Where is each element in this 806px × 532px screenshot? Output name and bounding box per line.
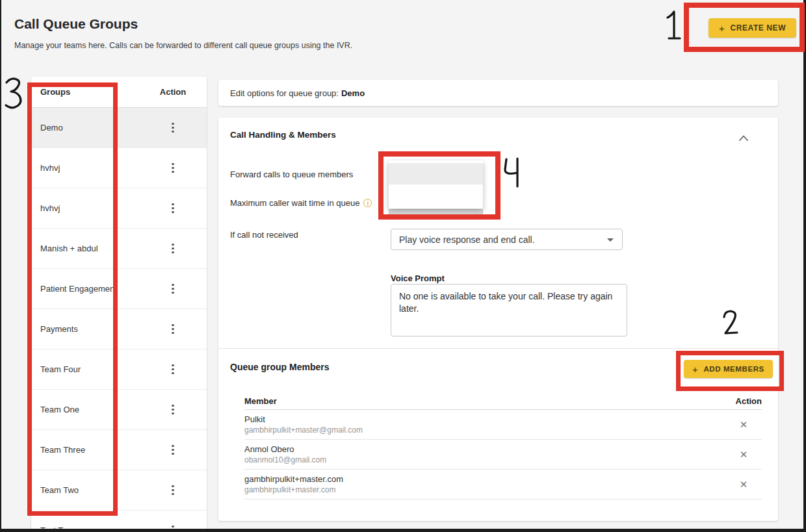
action-column-header: Action: [139, 87, 207, 97]
kebab-menu-icon[interactable]: [168, 361, 177, 378]
group-name: Manish + abdul: [31, 244, 139, 253]
edit-options-prefix: Edit options for queue group:: [230, 88, 339, 98]
edit-options-header: Edit options for queue group: Demo: [218, 80, 778, 106]
member-column-header: Member: [244, 396, 725, 406]
member-action-column-header: Action: [725, 396, 762, 406]
kebab-menu-icon[interactable]: [168, 119, 177, 136]
wait-time-select[interactable]: [389, 209, 483, 215]
queue-members-title: Queue group Members: [230, 362, 329, 372]
plus-icon: +: [719, 23, 725, 33]
group-row[interactable]: Payments: [31, 309, 207, 349]
member-email: gambhirpulkit+master.com: [244, 485, 725, 494]
kebab-menu-icon[interactable]: [168, 441, 177, 459]
call-queue-groups-page: Call Queue Groups Manage your teams here…: [0, 0, 806, 532]
member-name: Anmol Obero: [244, 444, 725, 454]
info-icon[interactable]: i: [363, 199, 372, 207]
member-row: Anmol Obero obanmol10@gmail.com ✕: [244, 440, 762, 470]
annotation-digit-3: [1, 75, 25, 112]
member-name: Pulkit: [244, 414, 725, 424]
groups-panel: Groups Action Demo hvhvj hvhvj Manish + …: [31, 77, 207, 532]
group-row[interactable]: Manish + abdul: [31, 229, 207, 269]
group-name: Patient Engagement: [31, 284, 139, 294]
group-row[interactable]: Patient Engagement: [31, 269, 207, 309]
screenshot-border-right: [803, 0, 806, 532]
kebab-menu-icon[interactable]: [168, 199, 177, 217]
group-row[interactable]: Demo: [31, 108, 207, 148]
member-email: obanmol10@gmail.com: [244, 455, 725, 464]
groups-table-header: Groups Action: [31, 77, 207, 108]
member-row: gambhirpulkit+master.com gambhirpulkit+m…: [244, 470, 762, 500]
kebab-menu-icon[interactable]: [168, 401, 177, 418]
create-new-button[interactable]: + CREATE NEW: [708, 18, 796, 38]
page-subtitle: Manage your teams here. Calls can be for…: [14, 41, 352, 50]
screenshot-border-left: [0, 0, 1, 532]
create-new-label: CREATE NEW: [730, 23, 786, 32]
remove-member-icon[interactable]: ✕: [737, 446, 751, 463]
group-name: Team Three: [31, 445, 139, 455]
caret-down-icon: [607, 238, 614, 242]
dropdown-option[interactable]: [389, 184, 483, 206]
page-title: Call Queue Groups: [14, 16, 138, 32]
kebab-menu-icon[interactable]: [168, 240, 177, 257]
group-row[interactable]: Team Four: [31, 349, 207, 390]
add-members-button[interactable]: + ADD MEMBERS: [684, 360, 773, 378]
group-row[interactable]: Team One: [31, 390, 207, 430]
kebab-menu-icon[interactable]: [168, 481, 177, 499]
group-row[interactable]: hvhvj: [31, 148, 207, 188]
groups-column-header: Groups: [31, 87, 139, 97]
chevron-up-icon[interactable]: [739, 132, 748, 144]
group-name: hvhvj: [31, 203, 139, 213]
members-table-header: Member Action: [244, 393, 762, 410]
call-not-received-label: If call not received: [230, 230, 298, 240]
wait-time-label: Maximum caller wait time in queue i: [230, 198, 372, 208]
member-row: Pulkit gambhirpulkit+master@gmail.com ✕: [244, 410, 762, 440]
call-handling-card: Call Handling & Members Forward calls to…: [218, 118, 778, 521]
group-row[interactable]: Team Three: [31, 430, 207, 470]
group-name: Team Four: [31, 364, 139, 374]
annotation-digit-1: [663, 9, 682, 42]
kebab-menu-icon[interactable]: [168, 159, 177, 177]
edited-group-name: Demo: [341, 88, 365, 98]
remove-member-icon[interactable]: ✕: [737, 476, 751, 493]
group-row[interactable]: Team Two: [31, 470, 207, 511]
group-name: Team One: [31, 405, 139, 414]
section-divider: [218, 348, 778, 349]
dropdown-option[interactable]: [389, 163, 483, 184]
screenshot-border-bottom: [0, 529, 806, 532]
group-name: hvhvj: [31, 163, 139, 173]
plus-icon: +: [692, 364, 698, 374]
kebab-menu-icon[interactable]: [168, 280, 177, 298]
kebab-menu-icon[interactable]: [168, 320, 177, 338]
forward-calls-label: Forward calls to queue members: [230, 170, 353, 179]
member-email: gambhirpulkit+master@gmail.com: [244, 425, 725, 435]
forward-calls-dropdown-menu: [389, 160, 483, 209]
voice-prompt-label: Voice Prompt: [391, 273, 445, 283]
group-name: Demo: [31, 123, 139, 133]
section-title: Call Handling & Members: [230, 130, 336, 140]
member-name: gambhirpulkit+master.com: [244, 474, 725, 484]
add-members-label: ADD MEMBERS: [703, 365, 764, 373]
group-name: Payments: [31, 324, 139, 334]
group-name: Team Two: [31, 485, 139, 495]
call-not-received-value: Play voice response and end call.: [399, 234, 535, 245]
members-table: Member Action Pulkit gambhirpulkit+maste…: [244, 393, 762, 500]
call-not-received-select[interactable]: Play voice response and end call.: [391, 229, 623, 250]
group-row[interactable]: hvhvj: [31, 188, 207, 229]
remove-member-icon[interactable]: ✕: [737, 416, 751, 433]
voice-prompt-input[interactable]: No one is available to take your call. P…: [391, 284, 627, 336]
